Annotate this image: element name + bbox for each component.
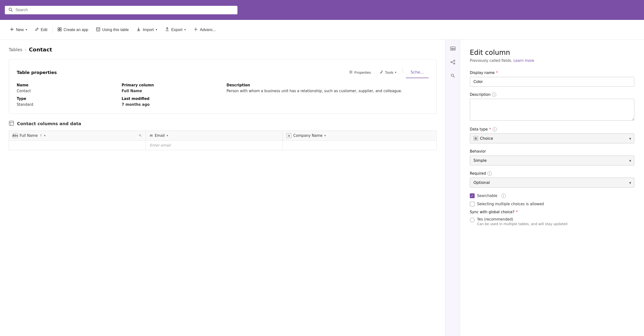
svg-rect-6 [58,30,59,31]
sync-radio-group: Yes (recommended) Can be used in multipl… [470,217,634,226]
main-layout: Tables › Contact Table properties Proper… [0,40,644,336]
description-label-field: Description i [470,92,634,97]
email-header[interactable]: ✉ Email ▾ [146,131,282,141]
left-panel: Tables › Contact Table properties Proper… [0,40,445,336]
data-type-required: * [489,127,491,131]
sort-desc-icon: ▾ [44,134,46,137]
company-type-icon: ⊞ [287,133,292,138]
svg-line-29 [452,61,454,62]
sort-asc-icon: ↑ [40,134,42,137]
description-textarea[interactable] [470,99,634,121]
breadcrumb: Tables › Contact [9,47,436,53]
company-name-header[interactable]: ⊞ Company Name ▾ [282,131,436,141]
learn-more-link[interactable]: Learn more [514,59,534,63]
email-chevron-icon: ▾ [167,134,168,137]
import-chevron-icon: ▾ [156,28,157,31]
searchable-checkbox[interactable] [470,193,475,198]
col-edit-icon[interactable]: ✎ [138,133,142,138]
advanced-icon [194,27,198,33]
data-type-icon: ⊞ [474,136,478,141]
data-type-select[interactable]: ⊞ Choice ▾ [470,133,634,143]
display-name-label: Display name * [470,71,634,75]
data-type-group: Data type * i ⊞ Choice ▾ [470,127,634,143]
svg-rect-4 [58,28,59,29]
edit-column-subtitle: Previously called fields. Learn more [470,59,634,63]
description-value: Person with whom a business unit has a r… [226,89,428,93]
data-type-label: Data type * i [470,127,634,131]
new-button[interactable]: New ▾ [6,25,31,35]
company-chevron-icon: ▾ [324,134,326,137]
behavior-select[interactable]: Simple ▾ [470,155,634,165]
search-input[interactable] [16,8,234,12]
export-icon [165,27,169,33]
breadcrumb-separator: › [25,47,26,52]
edit-button[interactable]: Edit [31,26,51,34]
data-type-info-icon[interactable]: i [492,127,497,131]
export-chevron-icon: ▾ [184,28,186,31]
required-chevron-icon: ▾ [629,180,631,185]
data-table: Abc Full Name ↑ ▾ ✎ ✉ Email ▾ [9,130,436,150]
description-label: Description [226,83,428,87]
behavior-chevron-icon: ▾ [629,158,631,163]
required-select[interactable]: Optional ▾ [470,178,634,188]
sync-yes-row: Yes (recommended) Can be used in multipl… [470,217,634,226]
meta-description-col: Description Person with whom a business … [226,83,428,107]
schema-tab[interactable]: Sche... [406,66,428,78]
breadcrumb-current: Contact [29,47,52,53]
type-label: Type [17,97,118,101]
sync-required-star: * [516,210,518,214]
svg-line-1 [12,10,12,12]
description-info-icon[interactable]: i [492,92,496,97]
import-button[interactable]: Import ▾ [132,25,161,35]
advanced-button[interactable]: Advanc... [190,25,220,35]
full-name-cell [9,141,146,150]
svg-point-27 [454,60,455,61]
behavior-label: Behavior [470,149,634,153]
meta-primary-col: Primary column Full Name Last modified 7… [122,83,223,107]
email-cell[interactable]: Enter email [146,141,282,150]
display-name-input[interactable] [470,77,634,87]
meta-name-col: Name Contact Type Standard [17,83,118,107]
name-label: Name [17,83,118,87]
edit-column-panel: Edit column Previously called fields. Le… [460,40,644,336]
last-modified-label: Last modified [122,97,223,101]
svg-point-15 [195,29,196,30]
tools-button[interactable]: Tools ▾ [376,66,400,78]
display-name-group: Display name * [470,71,634,87]
required-group: Required i Optional ▾ [470,171,634,188]
sync-yes-radio[interactable] [470,218,475,223]
top-bar [0,0,644,20]
export-button[interactable]: Export ▾ [161,25,190,35]
tools-icon [380,70,384,75]
svg-rect-7 [60,30,61,31]
table-meta: Name Contact Type Standard Primary colum… [17,83,428,107]
primary-col-value: Full Name [122,89,223,93]
sync-yes-sublabel: Can be used in multiple tables, and will… [477,222,568,226]
sync-global-group: Sync with global choice? * Yes (recommen… [470,210,634,226]
breadcrumb-parent[interactable]: Tables [9,47,22,52]
using-table-button[interactable]: Using this table [92,25,132,35]
full-name-type-icon: Abc [13,133,18,138]
searchable-info-icon[interactable]: i [501,194,506,198]
toolbar-divider-1 [52,27,52,33]
abc-side-icon[interactable]: Abc [448,44,458,53]
required-info-icon[interactable]: i [488,171,492,176]
multiple-choices-label: Selecting multiple choices is allowed [477,202,544,206]
searchable-label: Searchable [477,194,498,198]
company-cell [282,141,436,150]
app-icon [58,27,62,33]
behavior-group: Behavior Simple ▾ [470,149,634,165]
data-type-chevron-icon: ▾ [629,136,631,141]
table-header-row: Abc Full Name ↑ ▾ ✎ ✉ Email ▾ [9,131,436,141]
multiple-choices-checkbox[interactable] [470,202,475,207]
create-app-button[interactable]: Create an app [54,25,92,35]
full-name-header[interactable]: Abc Full Name ↑ ▾ ✎ [9,131,146,141]
svg-point-26 [451,62,452,63]
svg-rect-21 [9,121,14,125]
svg-line-32 [453,76,454,77]
share-side-icon[interactable] [448,57,458,67]
svg-rect-5 [60,28,61,29]
properties-button[interactable]: Properties [346,66,374,78]
search-side-icon[interactable] [448,71,458,81]
table-properties-card: Table properties Properties Tools ▾ [9,59,436,114]
